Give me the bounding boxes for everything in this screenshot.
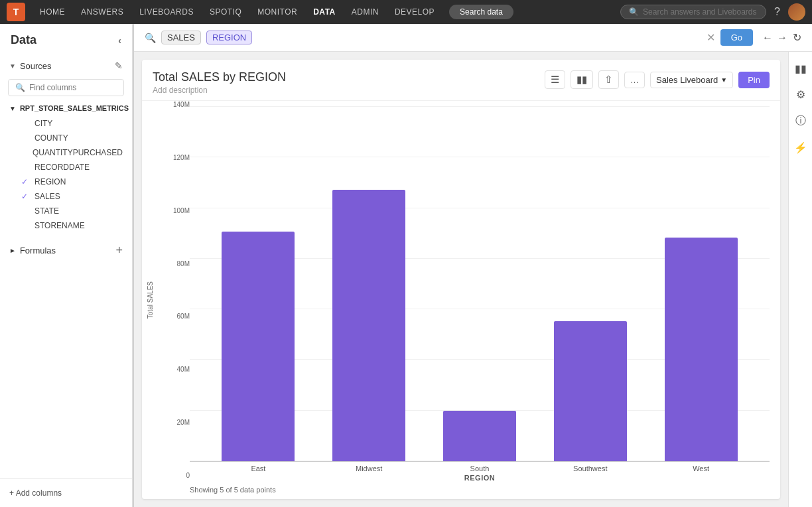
column-name: COUNTY [34, 133, 68, 143]
undo-button[interactable]: ← [762, 32, 773, 44]
column-item[interactable]: ✓SALES [0, 189, 132, 204]
chart-subtitle[interactable]: Add description [153, 86, 286, 95]
data-source-arrow-icon: ▼ [9, 105, 16, 112]
sources-section: ▼ Sources ✎ 🔍 ▼ RPT_STORE_SALES_METRICS … [0, 54, 132, 236]
search-data-button[interactable]: Search data [449, 5, 513, 19]
chart-footer-note: Showing 5 of 5 data points [190, 486, 770, 499]
x-label: South [443, 465, 516, 472]
top-nav: T HOME ANSWERS LIVEBOARDS SPOTIQ MONITOR… [0, 0, 812, 24]
sources-header[interactable]: ▼ Sources ✎ [0, 56, 132, 75]
add-columns-button[interactable]: + Add columns [9, 486, 123, 500]
bar[interactable] [665, 238, 738, 462]
go-button[interactable]: Go [720, 29, 753, 46]
nav-develop[interactable]: DEVELOP [388, 5, 441, 19]
bar-group[interactable] [222, 232, 295, 462]
column-item[interactable]: QUANTITYPURCHASED [0, 145, 132, 160]
columns-list: CITYCOUNTYQUANTITYPURCHASEDRECORDDATE✓RE… [0, 116, 132, 233]
y-axis-title: Total SALES [144, 281, 157, 319]
info-icon[interactable]: ⓘ [795, 109, 806, 133]
add-columns-label: + Add columns [9, 488, 62, 498]
liveboard-label: Sales Liveboard [656, 75, 718, 85]
bar-group[interactable] [443, 411, 516, 462]
liveboard-chevron-icon: ▼ [720, 76, 727, 84]
global-search-input[interactable] [643, 7, 758, 17]
nav-data[interactable]: DATA [306, 5, 342, 19]
bar-group[interactable] [554, 321, 627, 462]
column-item[interactable]: RECORDDATE [0, 160, 132, 175]
pin-button[interactable]: Pin [738, 72, 770, 88]
sidebar-footer: + Add columns [0, 478, 132, 507]
sources-actions: ✎ [115, 60, 123, 71]
redo-button[interactable]: → [777, 32, 787, 44]
refresh-icon[interactable]: ↻ [793, 31, 801, 44]
settings-gear-icon[interactable]: ⚙ [796, 83, 805, 106]
main-layout: Data ‹ ▼ Sources ✎ 🔍 ▼ RPT_STORE_SALES_M… [0, 24, 812, 507]
column-item[interactable]: CITY [0, 116, 132, 131]
y-label: 100M [158, 207, 190, 214]
app-logo[interactable]: T [7, 3, 25, 21]
sales-tag[interactable]: SALES [161, 31, 201, 44]
column-check-icon: ✓ [21, 177, 31, 186]
region-tag[interactable]: REGION [206, 31, 252, 44]
bar[interactable] [554, 321, 627, 462]
add-formula-icon[interactable]: + [115, 244, 123, 257]
bar[interactable] [222, 232, 295, 462]
data-source-header[interactable]: ▼ RPT_STORE_SALES_METRICS [0, 100, 132, 116]
column-name: RECORDDATE [34, 163, 90, 172]
content-area: 🔍 SALES REGION ✕ Go ← → ↻ Total SALES by… [134, 24, 812, 507]
x-label: West [665, 465, 738, 472]
sidebar: Data ‹ ▼ Sources ✎ 🔍 ▼ RPT_STORE_SALES_M… [0, 24, 133, 507]
download-button[interactable]: ⇧ [598, 70, 619, 89]
column-item[interactable]: COUNTY [0, 131, 132, 145]
column-check-icon: ✓ [21, 192, 31, 201]
chart-actions: ☰ ▮▮ ⇧ … Sales Liveboard ▼ Pin [545, 70, 770, 89]
bar-group[interactable] [332, 190, 405, 462]
y-label: 60M [158, 313, 190, 320]
find-search-icon: 🔍 [15, 83, 25, 92]
more-options-button[interactable]: … [624, 72, 645, 88]
chart-and-right-sidebar: Total SALES by REGION Add description ☰ … [134, 52, 812, 507]
nav-home[interactable]: HOME [33, 5, 72, 19]
global-search-box[interactable]: 🔍 [620, 5, 766, 19]
column-item[interactable]: STORENAME [0, 218, 132, 233]
plot-area: EastMidwestSouthSouthwestWest REGION Sho… [190, 101, 780, 499]
chart-settings-icon[interactable]: ▮▮ [795, 57, 807, 80]
formulas-label: Formulas [20, 246, 56, 255]
x-label: East [222, 465, 295, 472]
table-view-button[interactable]: ☰ [545, 70, 565, 89]
liveboard-dropdown[interactable]: Sales Liveboard ▼ [650, 72, 733, 88]
y-label: 40M [158, 366, 190, 373]
chart-type-button[interactable]: ▮▮ [571, 70, 593, 89]
find-columns-input[interactable] [29, 83, 117, 92]
help-icon[interactable]: ? [772, 3, 783, 21]
nav-liveboards[interactable]: LIVEBOARDS [133, 5, 200, 19]
bar[interactable] [443, 411, 516, 462]
chart-container: Total SALES by REGION Add description ☰ … [142, 60, 780, 499]
nav-monitor[interactable]: MONITOR [251, 5, 304, 19]
sources-settings-icon[interactable]: ✎ [115, 60, 123, 71]
nav-answers[interactable]: ANSWERS [74, 5, 130, 19]
lightning-icon[interactable]: ⚡ [794, 136, 807, 159]
column-item[interactable]: ✓REGION [0, 175, 132, 189]
bars-area [190, 106, 770, 461]
column-name: REGION [34, 177, 66, 186]
nav-right: 🔍 ? [620, 3, 805, 21]
nav-admin[interactable]: ADMIN [345, 5, 385, 19]
chart-inner: Total SALES 140M120M100M80M60M40M20M0 [142, 101, 780, 499]
column-item[interactable]: STATE [0, 204, 132, 218]
bar-group[interactable] [665, 238, 738, 462]
formulas-arrow-icon: ► [9, 247, 16, 254]
search-clear-icon[interactable]: ✕ [707, 31, 715, 44]
bar[interactable] [332, 190, 405, 462]
formulas-header[interactable]: ► Formulas + [0, 238, 132, 263]
bars-wrapper [190, 106, 770, 461]
chart-title: Total SALES by REGION [153, 70, 286, 84]
chart-title-group: Total SALES by REGION Add description [153, 70, 286, 95]
x-label: Southwest [554, 465, 627, 472]
nav-spotiq[interactable]: SPOTIQ [203, 5, 248, 19]
user-avatar[interactable] [788, 3, 805, 21]
column-name: STORENAME [34, 221, 85, 230]
sidebar-collapse-button[interactable]: ‹ [118, 35, 121, 46]
logo-text: T [13, 7, 19, 17]
y-label: 0 [158, 472, 190, 479]
